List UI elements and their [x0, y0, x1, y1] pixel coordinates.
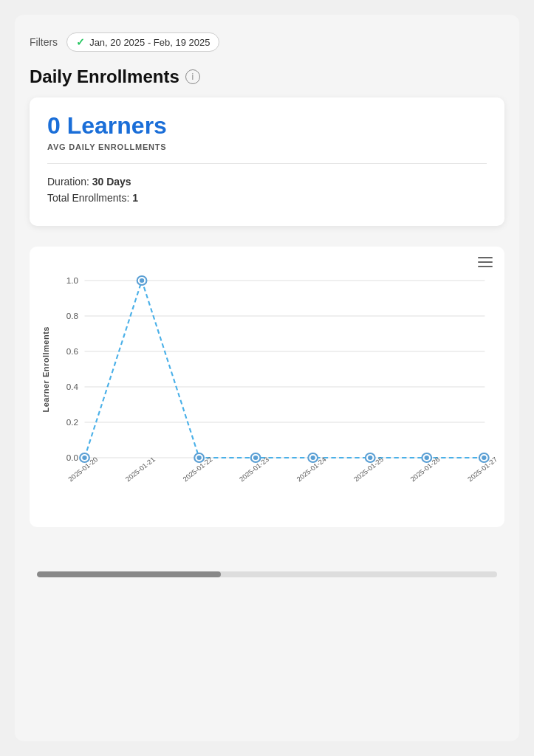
filters-row: Filters ✓ Jan, 20 2025 - Feb, 19 2025	[30, 32, 504, 52]
duration-label: Duration:	[47, 176, 89, 188]
data-point-1-inner	[140, 278, 144, 283]
duration-detail: Duration: 30 Days	[47, 176, 487, 188]
stat-value: 0 Learners	[47, 112, 487, 140]
data-point-0-inner	[82, 456, 86, 460]
data-point-6-inner	[425, 456, 429, 460]
check-icon: ✓	[76, 36, 85, 48]
section-title-text: Daily Enrollments	[30, 66, 179, 87]
data-point-4-inner	[311, 456, 315, 460]
data-point-5-inner	[368, 456, 372, 460]
chart-inner: Learner Enrollments 1.0 0.8 0.6	[41, 258, 493, 472]
data-point-7-inner	[482, 456, 486, 460]
data-point-2-inner	[196, 456, 201, 460]
chart-area: 1.0 0.8 0.6 0.4 0.2 0.0	[53, 266, 493, 472]
chart-svg: 1.0 0.8 0.6 0.4 0.2 0.0	[53, 266, 493, 472]
svg-text:2025-01-21: 2025-01-21	[124, 456, 157, 483]
filters-label: Filters	[30, 36, 58, 48]
enrollments-detail: Total Enrollments: 1	[47, 192, 487, 204]
menu-line-2	[478, 261, 493, 263]
svg-text:0.2: 0.2	[66, 418, 78, 427]
stat-number: 0	[47, 112, 61, 139]
stat-card: 0 Learners AVG DAILY ENROLLMENTS Duratio…	[30, 97, 504, 226]
svg-text:0.4: 0.4	[66, 382, 78, 391]
scrollbar-area	[30, 571, 504, 577]
svg-text:0.8: 0.8	[66, 312, 78, 320]
enrollments-value: 1	[132, 192, 138, 204]
stat-unit: Learners	[67, 112, 167, 139]
scrollbar-thumb[interactable]	[37, 571, 221, 577]
section-title-row: Daily Enrollments i	[30, 66, 504, 87]
data-point-3-inner	[253, 456, 258, 460]
stat-divider	[47, 163, 487, 164]
svg-text:0.0: 0.0	[66, 453, 78, 462]
y-axis-label: Learner Enrollments	[41, 326, 50, 412]
page-container: Filters ✓ Jan, 20 2025 - Feb, 19 2025 Da…	[15, 15, 519, 741]
stat-subtitle: AVG DAILY ENROLLMENTS	[47, 142, 487, 151]
info-icon[interactable]: i	[185, 69, 200, 84]
filter-chip-text: Jan, 20 2025 - Feb, 19 2025	[89, 37, 210, 48]
svg-text:0.6: 0.6	[66, 347, 78, 356]
duration-value: 30 Days	[92, 176, 131, 188]
svg-text:1.0: 1.0	[66, 276, 78, 285]
chart-container: Learner Enrollments 1.0 0.8 0.6	[30, 247, 504, 527]
scrollbar-track[interactable]	[37, 571, 497, 577]
filter-chip[interactable]: ✓ Jan, 20 2025 - Feb, 19 2025	[66, 32, 219, 52]
menu-line-1	[478, 257, 493, 258]
enrollments-label: Total Enrollments:	[47, 192, 129, 204]
